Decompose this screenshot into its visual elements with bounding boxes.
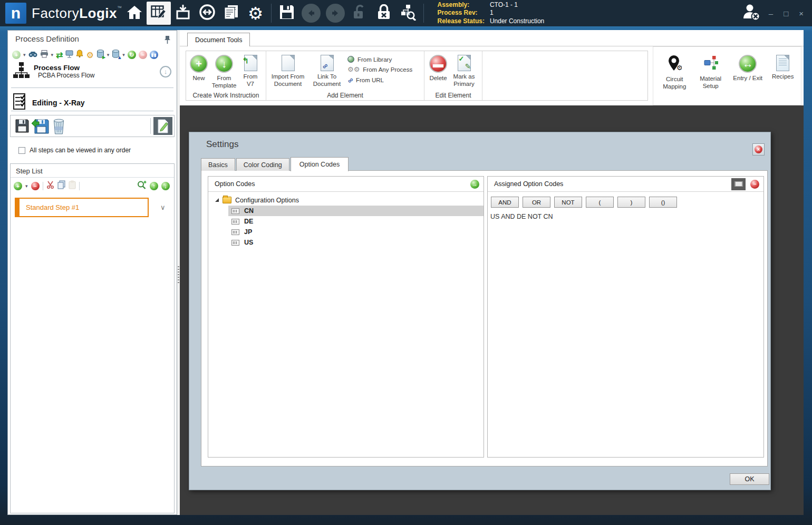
production-bin-icon (175, 4, 191, 22)
divider (79, 182, 80, 190)
operator-and-button[interactable]: AND (491, 197, 519, 208)
tree-item-de[interactable]: DE (228, 216, 484, 227)
close-button[interactable]: × (799, 9, 804, 18)
chevron-down-icon[interactable]: ▾ (122, 52, 125, 57)
step-item-standard-step-1[interactable]: Standard Step #1 (15, 198, 149, 217)
remove-step-icon[interactable]: − (31, 182, 40, 190)
chevron-down-icon[interactable]: ▾ (25, 183, 28, 189)
tree-item-label: JP (244, 228, 252, 236)
operator-open-paren-button[interactable]: ( (586, 197, 614, 208)
from-v7-button[interactable]: ↰ From V7 (239, 53, 262, 88)
forward-button[interactable] (323, 2, 347, 25)
operator-parens-button[interactable]: () (649, 197, 677, 208)
ok-button[interactable]: OK (730, 473, 769, 485)
tab-document-tools[interactable]: Document Tools (187, 33, 250, 46)
add-process-icon[interactable]: + (12, 51, 21, 59)
ribbon-groups: + New ↓ From Template ↰ From V7 Create W… (186, 51, 648, 101)
tree-expander-icon[interactable] (215, 198, 219, 202)
operator-not-button[interactable]: NOT (554, 197, 582, 208)
group-label: Create Work Instruction (188, 90, 264, 100)
edit-expression-button[interactable] (731, 178, 746, 190)
gear-orange-icon[interactable]: ⚙ (86, 50, 93, 60)
settings-button[interactable]: ⚙ (244, 2, 268, 25)
remove-icon[interactable]: − (139, 51, 147, 59)
reports-button[interactable] (219, 2, 244, 25)
mark-as-primary-button[interactable]: ✓✎ Mark as Primary (450, 53, 478, 88)
lock-cancel-button[interactable] (372, 2, 396, 25)
new-button[interactable]: + New (188, 53, 209, 82)
find-step-icon[interactable] (137, 180, 147, 191)
save-button[interactable] (275, 2, 299, 25)
production-button[interactable] (171, 2, 195, 25)
option-codes-tree: Configuration Options CN DE JP (208, 192, 484, 248)
settings-tabs: Basics Color Coding Option Codes (201, 157, 350, 171)
bell-icon[interactable] (76, 50, 83, 60)
operator-or-button[interactable]: OR (523, 197, 550, 208)
pause-icon[interactable]: ▮▮ (150, 51, 158, 59)
refresh-icon[interactable]: ↻ (128, 51, 136, 59)
dialog-close-button[interactable]: × (752, 143, 765, 155)
move-step-up-icon[interactable]: ↑ (150, 182, 158, 190)
step-accent-bar (16, 199, 20, 216)
tab-basics[interactable]: Basics (201, 158, 235, 171)
from-template-button[interactable]: ↓ From Template (209, 53, 239, 90)
collapse-circle-icon[interactable]: ↓ (160, 66, 171, 77)
tree-item-cn[interactable]: CN (228, 206, 484, 216)
save-as-document-button[interactable] (31, 117, 50, 135)
dialog-title: Settings (206, 139, 238, 150)
process-audit-button[interactable] (396, 2, 420, 25)
signboard-icon[interactable] (65, 50, 73, 60)
database-publish-icon[interactable]: ▴ (112, 50, 120, 61)
copy-icon[interactable] (57, 180, 65, 191)
circuit-mapping-button[interactable]: ⚙ Circuit Mapping (658, 53, 691, 105)
clear-expression-icon[interactable]: − (750, 180, 759, 189)
tree-root-configuration-options[interactable]: Configuration Options (208, 195, 484, 206)
flow-search-icon (400, 4, 417, 23)
assign-option-code-icon[interactable]: → (470, 180, 479, 189)
recipes-button[interactable]: Recipes (768, 53, 798, 105)
sync-button[interactable] (195, 2, 219, 25)
edit-document-button[interactable] (153, 117, 172, 135)
chevron-down-icon[interactable]: ▾ (51, 52, 54, 57)
tree-item-jp[interactable]: JP (228, 227, 484, 237)
chevron-down-icon[interactable]: ▾ (23, 52, 26, 57)
maximize-button[interactable]: □ (784, 9, 788, 18)
process-flow-row[interactable]: Process Flow PCBA Process Flow ↓ (13, 62, 171, 81)
cut-icon[interactable] (46, 181, 54, 191)
add-step-icon[interactable]: + (14, 182, 22, 190)
import-from-document-button[interactable]: Import From Document (268, 53, 307, 88)
from-url-button[interactable]: ∞ From URL (347, 76, 412, 84)
tree-item-us[interactable]: US (228, 237, 484, 248)
tab-option-codes[interactable]: Option Codes (291, 157, 349, 171)
checklist-icon (13, 93, 27, 112)
operator-close-paren-button[interactable]: ) (617, 197, 645, 208)
print-icon[interactable] (40, 50, 49, 60)
home-button[interactable] (122, 2, 147, 25)
minimize-button[interactable]: – (769, 9, 773, 18)
save-document-button[interactable] (13, 117, 31, 135)
shuffle-icon[interactable]: ⇄ (56, 50, 63, 60)
settings-dialog: Settings × Basics Color Coding Option Co… (189, 132, 771, 490)
step-expand-chevron-icon[interactable]: ∨ (160, 203, 166, 211)
find-icon[interactable] (28, 50, 37, 60)
material-setup-button[interactable]: Material Setup (693, 53, 727, 105)
delete-element-button[interactable]: ▬ Delete (427, 53, 450, 82)
from-any-process-button[interactable]: ⚙⚙ From Any Process (347, 65, 412, 73)
unlock-button[interactable] (347, 2, 372, 25)
database-export-icon[interactable]: ▸ (96, 50, 104, 61)
pin-icon[interactable] (165, 35, 170, 46)
tab-color-coding[interactable]: Color Coding (236, 158, 289, 171)
paste-icon[interactable] (69, 180, 76, 191)
current-user-button[interactable] (739, 2, 763, 25)
entry-exit-button[interactable]: ↔ Entry / Exit (730, 53, 766, 105)
delete-document-button[interactable] (50, 117, 68, 135)
link-to-document-button[interactable]: ∞ Link To Document (307, 53, 346, 88)
document-link-icon: ∞ (321, 55, 334, 71)
folder-icon (223, 197, 231, 203)
chevron-down-icon[interactable]: ▾ (107, 52, 110, 57)
back-button[interactable] (299, 2, 323, 25)
move-step-down-icon[interactable]: ↓ (161, 182, 170, 190)
order-checkbox[interactable] (18, 147, 25, 154)
from-library-button[interactable]: From Library (347, 56, 412, 63)
process-definition-button[interactable] (147, 2, 171, 25)
